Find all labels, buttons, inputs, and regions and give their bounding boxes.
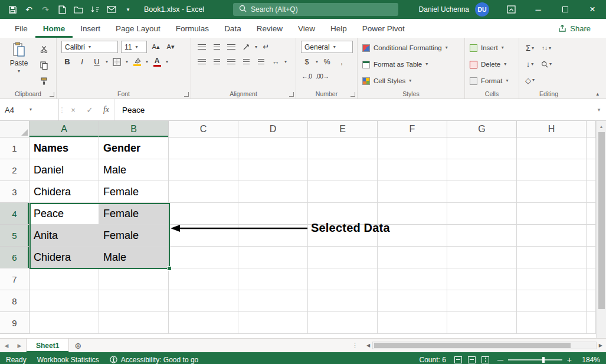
cell-B7[interactable] xyxy=(99,268,169,290)
align-top-icon[interactable] xyxy=(196,41,208,53)
find-select-button[interactable]: ▾ xyxy=(541,58,552,70)
cut-icon[interactable] xyxy=(38,43,50,55)
maximize-button[interactable] xyxy=(552,0,579,19)
borders-icon[interactable] xyxy=(111,55,123,68)
merge-center-icon[interactable]: ↔ xyxy=(270,55,281,68)
cell-B5[interactable]: Female xyxy=(99,225,169,247)
cell-H8[interactable] xyxy=(517,290,587,312)
autosum-button[interactable]: Σ▾ xyxy=(524,42,536,54)
cell-G2[interactable] xyxy=(447,159,517,181)
merge-center-caret-icon[interactable]: ▾ xyxy=(284,60,287,64)
sheet-nav-right-icon[interactable]: ▶ xyxy=(13,339,26,352)
cell-G1[interactable] xyxy=(447,137,517,159)
column-header-C[interactable]: C xyxy=(169,121,238,137)
font-color-icon[interactable]: A xyxy=(151,55,163,68)
tab-help[interactable]: Help xyxy=(323,19,355,38)
collapse-ribbon-icon[interactable]: ▴ xyxy=(596,91,599,97)
hscroll-right-icon[interactable]: ▶ xyxy=(599,343,602,348)
cell-D3[interactable] xyxy=(238,181,308,203)
cell-G4[interactable] xyxy=(447,203,517,225)
cell-E1[interactable] xyxy=(308,137,378,159)
increase-indent-icon[interactable] xyxy=(255,55,267,68)
cell-A1[interactable]: Names xyxy=(30,137,99,159)
cell-E8[interactable] xyxy=(308,290,378,312)
cell-F6[interactable] xyxy=(378,247,447,268)
tab-power-pivot[interactable]: Power Pivot xyxy=(355,19,412,38)
cell-E3[interactable] xyxy=(308,181,378,203)
zoom-level[interactable]: 184% xyxy=(580,356,600,364)
cell-H1[interactable] xyxy=(517,137,587,159)
cell-F4[interactable] xyxy=(378,203,447,225)
column-header-G[interactable]: G xyxy=(447,121,517,137)
cell-G8[interactable] xyxy=(447,290,517,312)
row-header-9[interactable]: 9 xyxy=(0,312,30,334)
row-header-4[interactable]: 4 xyxy=(0,203,30,225)
cell-G5[interactable] xyxy=(447,225,517,247)
format-cells-button[interactable]: Format ▾ xyxy=(470,74,508,88)
cell-F3[interactable] xyxy=(378,181,447,203)
column-header-F[interactable]: F xyxy=(378,121,447,137)
row-header-3[interactable]: 3 xyxy=(0,181,30,203)
cell-H9[interactable] xyxy=(517,312,587,334)
cell-D9[interactable] xyxy=(238,312,308,334)
zoom-out-icon[interactable]: ─ xyxy=(497,355,503,364)
format-painter-icon[interactable] xyxy=(38,75,50,87)
column-header-B[interactable]: B xyxy=(99,121,169,137)
sheet-tab-sheet1[interactable]: Sheet1 xyxy=(26,339,69,352)
cell-C6[interactable] xyxy=(169,247,238,268)
cell-A2[interactable]: Daniel xyxy=(30,159,99,181)
orientation-icon[interactable] xyxy=(240,41,252,53)
zoom-slider-thumb[interactable] xyxy=(542,357,545,363)
cell-C5[interactable] xyxy=(169,225,238,247)
number-format-combo[interactable]: General ▾ xyxy=(301,41,353,53)
cell-F7[interactable] xyxy=(378,268,447,290)
copy-icon[interactable] xyxy=(38,59,50,71)
accessibility-status[interactable]: Accessibility: Good to go xyxy=(110,356,198,364)
cell-C3[interactable] xyxy=(169,181,238,203)
hscroll-track[interactable] xyxy=(372,342,597,349)
cell-B4[interactable]: Female xyxy=(99,203,169,225)
column-header-E[interactable]: E xyxy=(308,121,378,137)
zoom-slider[interactable] xyxy=(508,359,562,360)
delete-cells-button[interactable]: Delete ▾ xyxy=(470,57,508,71)
align-bottom-icon[interactable] xyxy=(225,41,237,53)
cell-A3[interactable]: Chidera xyxy=(30,181,99,203)
user-name[interactable]: Daniel Uchenna xyxy=(419,5,469,14)
currency-caret-icon[interactable]: ▾ xyxy=(316,60,318,64)
fill-color-icon[interactable] xyxy=(131,55,143,68)
tab-review[interactable]: Review xyxy=(249,19,290,38)
vertical-scrollbar[interactable]: ▴ xyxy=(596,121,606,338)
cell-A7[interactable] xyxy=(30,268,99,290)
row-header-7[interactable]: 7 xyxy=(0,268,30,290)
cell-A4[interactable]: Peace xyxy=(30,203,99,225)
cell-F2[interactable] xyxy=(378,159,447,181)
row-header-6[interactable]: 6 xyxy=(0,247,30,268)
cell-G3[interactable] xyxy=(447,181,517,203)
conditional-formatting-button[interactable]: Conditional Formatting ▾ xyxy=(362,41,448,55)
italic-button[interactable]: I xyxy=(76,55,88,68)
tab-view[interactable]: View xyxy=(290,19,323,38)
search-box[interactable]: Search (Alt+Q) xyxy=(233,3,398,16)
cell-E2[interactable] xyxy=(308,159,378,181)
new-file-icon[interactable] xyxy=(54,2,70,17)
minimize-button[interactable]: ─ xyxy=(525,0,552,19)
font-color-caret-icon[interactable]: ▾ xyxy=(166,60,168,64)
sort-icon[interactable] xyxy=(87,2,103,17)
decrease-font-icon[interactable]: A▾ xyxy=(165,41,176,53)
scroll-up-icon[interactable]: ▴ xyxy=(597,121,606,132)
align-middle-icon[interactable] xyxy=(211,41,222,53)
cell-A8[interactable] xyxy=(30,290,99,312)
page-layout-view-icon[interactable] xyxy=(468,356,476,363)
cell-H2[interactable] xyxy=(517,159,587,181)
row-header-8[interactable]: 8 xyxy=(0,290,30,312)
row-header-5[interactable]: 5 xyxy=(0,225,30,247)
increase-decimal-icon[interactable]: ←.0 xyxy=(301,70,313,83)
wrap-text-icon[interactable]: ↵ xyxy=(260,41,272,53)
mail-icon[interactable] xyxy=(104,2,119,17)
cell-E7[interactable] xyxy=(308,268,378,290)
align-right-icon[interactable] xyxy=(225,55,237,68)
format-as-table-button[interactable]: Format as Table ▾ xyxy=(362,57,448,71)
paste-button[interactable]: Paste ▾ xyxy=(5,41,33,88)
currency-icon[interactable]: $ xyxy=(301,55,313,68)
save-icon[interactable] xyxy=(5,2,20,17)
